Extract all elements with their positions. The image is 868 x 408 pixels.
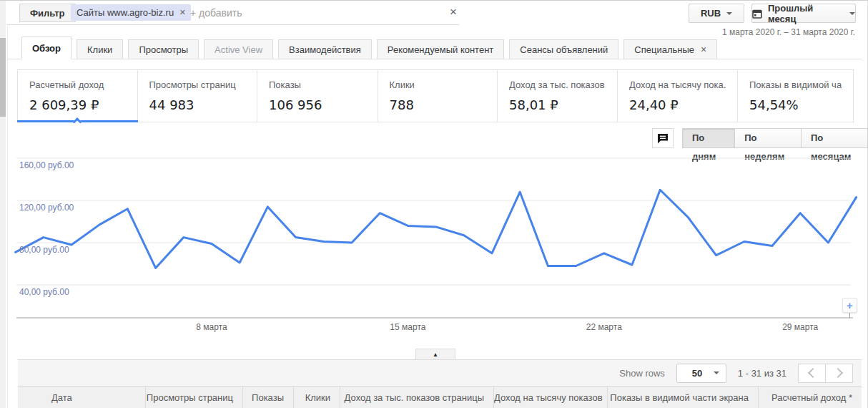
date-range-dropdown[interactable]: Прошлый месяц [751, 4, 856, 23]
chart-zoom-plus-button[interactable]: + [842, 298, 857, 313]
chevron-down-icon [714, 371, 719, 374]
pagination [798, 364, 853, 383]
granularity-by-week[interactable]: По неделям [734, 128, 802, 148]
metric-card-page-views[interactable]: Просмотры страниц 44 983 [138, 70, 258, 122]
tab-ad-sessions[interactable]: Сеансы объявлений [509, 39, 618, 59]
clear-filters-icon[interactable]: × [445, 4, 462, 21]
column-header-impression-rpm[interactable]: Доход на тысячу показов [493, 387, 607, 408]
scrollbar-thumb[interactable] [0, 38, 6, 117]
x-axis-tick-label: 15 марта [379, 322, 436, 332]
chevron-left-icon [808, 368, 818, 378]
tab-views[interactable]: Просмотры [128, 39, 199, 59]
tab-active-view[interactable]: Active View [204, 39, 273, 59]
rows-per-page-dropdown[interactable]: 50 [676, 364, 726, 383]
period-label: Прошлый месяц [768, 3, 844, 24]
report-tabs: Обзор Клики Просмотры Active View Взаимо… [7, 37, 862, 59]
column-header-estimated-revenue[interactable]: Расчетный доход * [758, 387, 862, 408]
currency-label: RUB [701, 8, 721, 19]
add-filter-placeholder[interactable]: + добавить [190, 4, 242, 21]
collapse-table-button[interactable]: ▲ [415, 349, 455, 359]
y-axis-tick-label: 120,00 руб.00 [19, 203, 74, 213]
metric-card-clicks[interactable]: Клики 788 [378, 70, 498, 122]
tab-clicks[interactable]: Клики [77, 39, 123, 59]
chevron-down-icon [726, 12, 732, 15]
currency-dropdown[interactable]: RUB [689, 4, 744, 23]
chart-zoom-stem [849, 313, 850, 318]
y-axis-tick-label: 80,00 руб.00 [19, 245, 69, 255]
site-filter-chip[interactable]: Сайты www.agro-biz.ru × [71, 4, 191, 21]
x-axis-tick-label: 22 марта [576, 322, 633, 332]
y-axis-tick-label: 40,00 руб.00 [19, 287, 69, 297]
column-header-impressions[interactable]: Показы [242, 387, 293, 408]
content-left-border [7, 1, 8, 408]
metric-card-page-rpm[interactable]: Доход за тыс. показов... 58,01 ₽ [498, 70, 618, 122]
chart-area: 160,00 руб.00120,00 руб.0080,00 руб.0040… [0, 1, 868, 408]
chip-close-icon[interactable]: × [179, 4, 185, 21]
metric-cards-row: Расчетный доход 2 609,39 ₽ Просмотры стр… [17, 69, 854, 122]
revenue-line-chart [9, 154, 861, 323]
x-axis-tick-label: 8 марта [183, 322, 240, 332]
selected-card-caret [73, 117, 82, 127]
column-header-clicks[interactable]: Клики [293, 387, 340, 408]
annotations-button[interactable] [652, 128, 674, 148]
table-toolbar: Show rows 50 1 - 31 из 31 [18, 359, 862, 386]
tab-custom[interactable]: Специальные × [623, 39, 717, 59]
x-axis-tick-label: 29 марта [771, 322, 829, 332]
prev-page-button[interactable] [798, 364, 826, 383]
table-header-row: Дата Просмотры страниц Показы Клики Дохо… [18, 386, 862, 408]
adsense-report-page: Фильтр Сайты www.agro-biz.ru × + добавит… [0, 0, 868, 408]
metric-card-impressions[interactable]: Показы 106 956 [257, 70, 378, 122]
column-header-page-rpm[interactable]: Доход за тыс. показов страницы [340, 387, 493, 408]
tab-overview[interactable]: Обзор [21, 37, 71, 59]
calendar-icon [752, 9, 762, 19]
y-axis-tick-label: 160,00 руб.00 [19, 160, 74, 170]
granularity-by-month[interactable]: По месяцам [801, 128, 868, 148]
left-scrollbar[interactable] [0, 1, 6, 408]
metric-card-impression-rpm[interactable]: Доход на тысячу пока... 24,40 ₽ [618, 70, 738, 122]
column-header-viewability[interactable]: Показы в видимой части экрана [607, 387, 758, 408]
granularity-toggle: По дням По неделям По месяцам [682, 128, 868, 148]
next-page-button[interactable] [825, 364, 853, 383]
site-filter-chip-label: Сайты www.agro-biz.ru [77, 4, 174, 21]
chevron-right-icon [833, 368, 843, 378]
metric-card-estimated-revenue[interactable]: Расчетный доход 2 609,39 ₽ [18, 70, 138, 122]
tab-recommended-content[interactable]: Рекомендуемый контент [377, 39, 504, 59]
chevron-down-icon [849, 12, 855, 15]
tab-close-icon[interactable]: × [701, 40, 706, 59]
tab-interactions[interactable]: Взаимодействия [278, 39, 372, 59]
column-header-date[interactable]: Дата [18, 387, 145, 408]
filter-button[interactable]: Фильтр [19, 4, 76, 22]
show-rows-label: Show rows [619, 368, 665, 379]
granularity-by-day[interactable]: По дням [682, 128, 735, 148]
pagination-range-text: 1 - 31 из 31 [738, 368, 786, 379]
column-header-page-views[interactable]: Просмотры страниц [145, 387, 242, 408]
date-range-text: 1 марта 2020 г. – 31 марта 2020 г. [722, 27, 855, 37]
comment-icon [657, 133, 669, 144]
filter-toolbar: Фильтр Сайты www.agro-biz.ru × + добавит… [7, 1, 459, 25]
metric-card-viewability[interactable]: Показы в видимой ча... 54,54% [738, 70, 853, 122]
